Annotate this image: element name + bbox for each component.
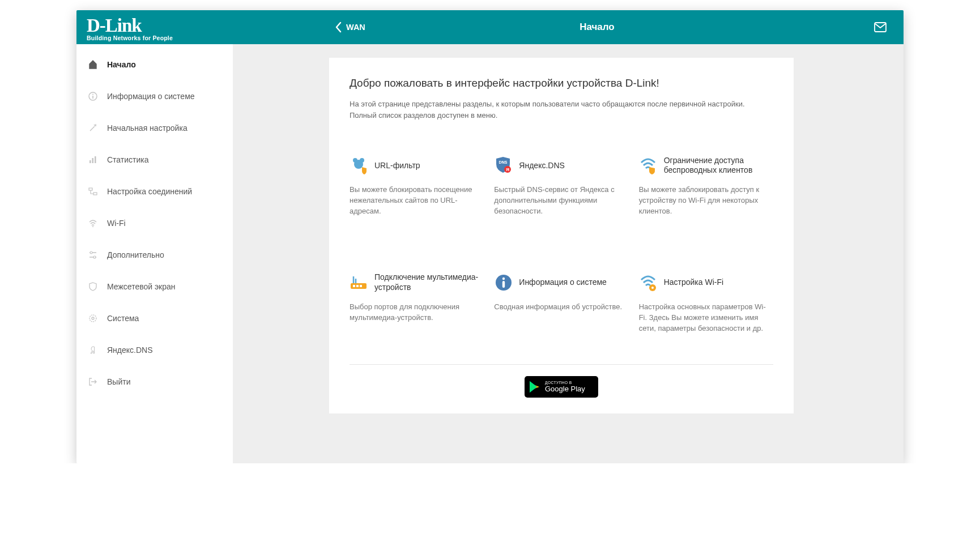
sidebar-item-label: Дополнительно	[107, 250, 164, 259]
svg-point-11	[93, 256, 96, 258]
sidebar-item-system-info[interactable]: Информация о системе	[76, 80, 233, 112]
svg-point-9	[92, 226, 93, 227]
tile-title: Яндекс.DNS	[519, 161, 565, 171]
sidebar-item-label: Система	[107, 314, 139, 323]
sidebar-item-label: Выйти	[107, 377, 130, 386]
wifi-gear-icon	[639, 273, 658, 292]
svg-rect-22	[356, 285, 359, 287]
svg-text:Я: Я	[506, 167, 509, 172]
sidebar-item-wifi[interactable]: Wi-Fi	[76, 207, 233, 239]
tile-system-info[interactable]: Информация о системе Сводная информация …	[494, 271, 628, 334]
main-card: Добро пожаловать в интерфейс настройки у…	[329, 58, 794, 413]
welcome-title: Добро пожаловать в интерфейс настройки у…	[350, 77, 773, 89]
svg-rect-6	[95, 156, 96, 163]
tile-multimedia-devices[interactable]: Подключение мультимедиа-устройств Выбор …	[350, 271, 484, 334]
svg-point-3	[92, 94, 93, 95]
tile-description: Быстрый DNS-сервис от Яндекса с дополнит…	[494, 185, 628, 217]
sidebar-item-label: Межсетевой экран	[107, 282, 176, 291]
sidebar-item-firewall[interactable]: Межсетевой экран	[76, 271, 233, 302]
bars-icon	[88, 155, 98, 165]
dns-shield-icon: DNSЯ	[494, 156, 513, 175]
sidebar-item-label: Wi-Fi	[107, 219, 126, 228]
gplay-store: Google Play	[545, 385, 585, 393]
tile-title: Настройка Wi-Fi	[664, 278, 723, 288]
sidebar-item-label: Начальная настройка	[107, 123, 188, 133]
wand-icon	[88, 123, 98, 133]
sidebar-item-connections[interactable]: Настройка соединений	[76, 176, 233, 207]
svg-rect-26	[502, 281, 505, 288]
svg-text:DNS: DNS	[499, 160, 508, 164]
brand-tagline: Building Networks for People	[87, 35, 233, 41]
network-icon	[88, 186, 98, 197]
tile-description: Вы можете блокировать посещение нежелате…	[350, 185, 484, 217]
sidebar-item-yandex-dns[interactable]: Яндекс.DNS	[76, 334, 233, 366]
tile-description: Выбор портов для подключения мультимедиа…	[350, 302, 484, 323]
sidebar-item-home[interactable]: Начало	[76, 49, 233, 80]
mail-icon[interactable]	[874, 22, 887, 32]
brand-logo: D-Link Building Networks for People	[76, 13, 233, 41]
content-area: Добро пожаловать в интерфейс настройки у…	[233, 44, 904, 463]
tile-title: Подключение мультимедиа-устройств	[374, 272, 484, 292]
svg-rect-5	[92, 158, 94, 163]
tile-title: URL-фильтр	[374, 161, 420, 171]
svg-rect-2	[92, 96, 93, 99]
sidebar: Начало Информация о системе Начальная на…	[76, 44, 233, 463]
wifi-shield-icon	[639, 156, 658, 175]
tile-wifi-access-restriction[interactable]: Ограничение доступа беспроводных клиенто…	[639, 154, 773, 217]
google-play-badge[interactable]: ДОСТУПНО В Google Play	[525, 376, 598, 398]
teddy-shield-icon	[350, 156, 369, 175]
svg-point-13	[92, 317, 94, 319]
tile-grid: URL-фильтр Вы можете блокировать посещен…	[350, 154, 773, 334]
tile-yandex-dns[interactable]: DNSЯ Яндекс.DNS Быстрый DNS-сервис от Ян…	[494, 154, 628, 217]
welcome-description: На этой странице представлены разделы, к…	[350, 99, 773, 121]
page-title: Начало	[320, 22, 874, 33]
sidebar-item-label: Статистика	[107, 155, 149, 164]
tile-description: Настройка основных параметров Wi-Fi. Зде…	[639, 302, 773, 334]
brand-name: D-Link	[87, 16, 233, 35]
divider	[350, 364, 773, 365]
svg-point-12	[90, 315, 96, 322]
sidebar-item-label: Яндекс.DNS	[107, 345, 153, 355]
yandex-icon	[88, 345, 98, 355]
tile-url-filter[interactable]: URL-фильтр Вы можете блокировать посещен…	[350, 154, 484, 217]
svg-rect-7	[89, 188, 92, 190]
header-bar: D-Link Building Networks for People WAN …	[76, 10, 904, 44]
shield-icon	[88, 281, 98, 292]
gear-icon	[88, 313, 98, 323]
sidebar-item-system[interactable]: Система	[76, 302, 233, 334]
logout-icon	[88, 377, 98, 387]
info-icon	[88, 91, 98, 101]
tile-description: Вы можете заблокировать доступ к устройс…	[639, 185, 773, 217]
sidebar-item-label: Настройка соединений	[107, 187, 192, 196]
sidebar-item-initial-setup[interactable]: Начальная настройка	[76, 112, 233, 144]
svg-point-28	[651, 287, 654, 289]
home-icon	[88, 59, 98, 70]
svg-point-16	[354, 160, 363, 169]
svg-point-25	[502, 278, 505, 280]
svg-rect-21	[353, 285, 355, 287]
app-frame: D-Link Building Networks for People WAN …	[76, 10, 904, 463]
sidebar-item-statistics[interactable]: Статистика	[76, 144, 233, 176]
tile-description: Сводная информация об устройстве.	[494, 302, 628, 313]
sidebar-item-logout[interactable]: Выйти	[76, 366, 233, 398]
sliders-icon	[88, 250, 98, 260]
sidebar-item-advanced[interactable]: Дополнительно	[76, 239, 233, 271]
google-play-row: ДОСТУПНО В Google Play	[350, 376, 773, 398]
tile-title: Ограничение доступа беспроводных клиенто…	[664, 156, 773, 176]
tile-wifi-setup[interactable]: Настройка Wi-Fi Настройка основных парам…	[639, 271, 773, 334]
svg-rect-23	[360, 285, 362, 287]
svg-point-10	[90, 251, 92, 254]
svg-rect-8	[93, 193, 97, 195]
play-triangle-icon	[529, 381, 540, 393]
sidebar-item-label: Информация о системе	[107, 92, 195, 101]
tile-title: Информация о системе	[519, 278, 607, 288]
svg-rect-4	[90, 160, 91, 163]
wifi-icon	[88, 218, 98, 228]
info-circle-icon	[494, 273, 513, 292]
sidebar-item-label: Начало	[107, 60, 136, 69]
router-ports-icon	[350, 273, 369, 292]
